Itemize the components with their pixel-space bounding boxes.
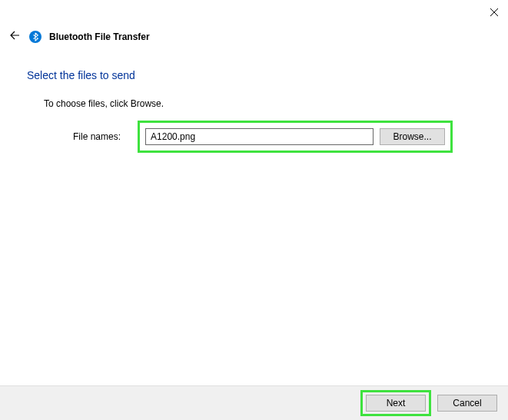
file-row: File names: Browse...: [27, 121, 508, 153]
main-content: Select the files to send To choose files…: [0, 45, 508, 153]
instruction-text: To choose files, click Browse.: [27, 98, 508, 109]
window-title: Bluetooth File Transfer: [49, 31, 150, 42]
bluetooth-icon: [29, 31, 42, 43]
file-names-label: File names:: [73, 131, 121, 142]
back-arrow-icon[interactable]: [8, 29, 22, 45]
file-input-group: Browse...: [138, 121, 453, 153]
close-icon[interactable]: [488, 6, 500, 18]
page-heading: Select the files to send: [27, 69, 508, 81]
browse-button[interactable]: Browse...: [380, 128, 445, 145]
next-highlight: Next: [360, 390, 431, 416]
file-names-input[interactable]: [145, 128, 374, 145]
next-button[interactable]: Next: [366, 395, 426, 412]
footer: Next Cancel: [0, 385, 508, 420]
cancel-button[interactable]: Cancel: [437, 395, 497, 412]
header: Bluetooth File Transfer: [0, 0, 508, 45]
titlebar: [488, 6, 500, 18]
